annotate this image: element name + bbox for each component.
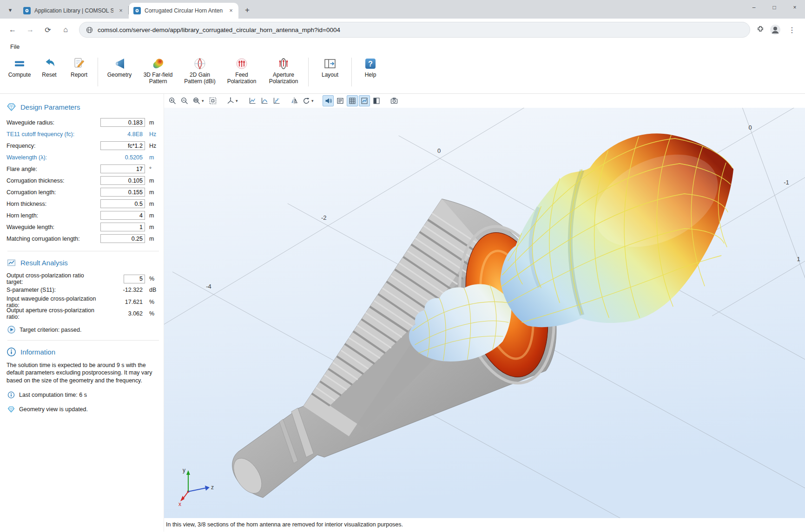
contrast-icon[interactable]	[371, 95, 382, 106]
tab-close-icon[interactable]: ×	[227, 7, 235, 14]
result-row-cross-pol-target: Output cross-polarization ratio target: …	[7, 272, 160, 284]
report-button[interactable]: Report	[64, 54, 94, 79]
triad-y-label: y	[183, 467, 185, 473]
cross-polarization-target-input[interactable]	[124, 275, 145, 283]
file-menu[interactable]: File	[7, 43, 22, 51]
zoom-extents-icon[interactable]	[207, 95, 218, 106]
section-title: Information	[20, 348, 55, 356]
graphics-canvas[interactable]: 0 -2 -4 0 -1 1	[164, 108, 805, 518]
geometry-updated-icon	[7, 406, 15, 413]
play-icon	[7, 326, 15, 334]
plot-line-icon[interactable]	[259, 95, 270, 106]
grid-toggle-icon[interactable]	[347, 95, 358, 106]
geometry-button[interactable]: Geometry	[102, 54, 137, 79]
triad-x-label: x	[178, 501, 181, 507]
window-controls: – □ ×	[744, 0, 805, 15]
reload-icon[interactable]: ⟳	[40, 22, 56, 38]
legend-icon[interactable]	[335, 95, 346, 106]
aperture-polarization-icon	[277, 57, 290, 71]
param-row-wavelength: Wavelength (λ): 0.5205 m	[7, 151, 160, 163]
design-parameters-header: Design Parameters	[7, 102, 160, 112]
matching-corrugation-length-input[interactable]	[100, 234, 145, 243]
rotate-view-dropdown-icon[interactable]: ▾	[311, 99, 316, 103]
result-analysis-icon	[7, 258, 16, 268]
graphics-toolbar: ▾ ▾ ▾	[164, 94, 805, 108]
plot-log-icon[interactable]	[271, 95, 282, 106]
zoom-box-icon[interactable]	[191, 95, 202, 106]
zoom-in-icon[interactable]	[167, 95, 178, 106]
sound-toggle-icon[interactable]	[323, 95, 334, 106]
layout-button[interactable]: Layout	[312, 54, 348, 79]
plot-grid-toggle-icon[interactable]	[359, 95, 370, 106]
compute-button[interactable]: Compute	[5, 54, 34, 79]
tab-search-button[interactable]: ▾	[4, 3, 17, 16]
rotate-view-icon[interactable]	[301, 95, 312, 106]
profile-avatar[interactable]	[770, 24, 781, 35]
address-bar[interactable]: comsol.com/server-demo/app/library_corru…	[79, 22, 750, 38]
mirror-view-icon[interactable]	[289, 95, 300, 106]
view-axes-dropdown-icon[interactable]: ▾	[236, 99, 240, 103]
settings-panel: Design Parameters Waveguide radius: m TE…	[0, 94, 164, 532]
window-minimize-icon[interactable]: –	[744, 0, 764, 15]
tab-close-icon[interactable]: ×	[117, 7, 125, 14]
site-info-icon[interactable]	[86, 26, 93, 33]
info-small-icon	[7, 391, 15, 399]
param-row-flare-angle: Flare angle: °	[7, 163, 160, 175]
param-row-matching-corrugation-length: Matching corrugation length: m	[7, 233, 160, 244]
screenshot-camera-icon[interactable]	[389, 95, 400, 106]
waveguide-length-input[interactable]	[100, 223, 145, 231]
browser-menu-icon[interactable]: ⋮	[785, 26, 798, 34]
home-icon[interactable]: ⌂	[58, 22, 73, 38]
result-row-input-cross-pol: Input waveguide cross-polarization ratio…	[7, 296, 160, 307]
ribbon: Compute Reset Report Geometry 3D Far-fie…	[0, 53, 805, 94]
axis-label: 1	[797, 256, 800, 263]
axis-label: 0	[437, 147, 441, 154]
window-maximize-icon[interactable]: □	[764, 0, 785, 15]
result-analysis-header: Result Analysis	[7, 258, 160, 268]
axis-label: -4	[206, 283, 211, 290]
view-axes-icon[interactable]	[225, 95, 236, 106]
gain-pattern-2d-button[interactable]: 2D Gain Pattern (dBi)	[179, 54, 221, 86]
comsol-favicon	[23, 7, 31, 14]
forward-icon[interactable]: →	[22, 22, 38, 38]
flare-angle-input[interactable]	[100, 164, 145, 173]
ribbon-separator	[351, 58, 352, 86]
help-button[interactable]: ? Help	[356, 54, 385, 79]
param-row-frequency: Frequency: Hz	[7, 140, 160, 151]
browser-tab-horn-antenna[interactable]: Corrugated Circular Horn Anten ×	[129, 3, 238, 19]
triad-z-label: z	[211, 484, 214, 491]
tab-title: Corrugated Circular Horn Anten	[145, 7, 224, 14]
information-icon	[7, 347, 16, 357]
corrugation-length-input[interactable]	[100, 188, 145, 197]
svg-text:?: ?	[368, 60, 373, 68]
waveguide-radius-input[interactable]	[100, 118, 145, 127]
axis-label: -1	[784, 179, 789, 186]
target-criterion-status: Target criterion: passed.	[7, 326, 160, 334]
result-row-output-cross-pol: Output aperture cross-polarization ratio…	[7, 307, 160, 319]
3d-scene[interactable]: 0 -2 -4 0 -1 1	[164, 108, 805, 518]
horn-thickness-input[interactable]	[100, 199, 145, 208]
horn-length-input[interactable]	[100, 211, 145, 220]
extensions-icon[interactable]	[756, 25, 765, 34]
feed-polarization-button[interactable]: Feed Polarization	[221, 54, 263, 86]
information-body: The solution time is expected to be arou…	[7, 361, 157, 384]
new-tab-button[interactable]: +	[241, 4, 253, 16]
comsol-favicon	[133, 7, 141, 14]
frequency-input[interactable]	[100, 141, 145, 150]
zoom-box-dropdown-icon[interactable]: ▾	[202, 99, 206, 103]
gain-pattern-2d-icon	[193, 57, 207, 71]
section-divider	[7, 251, 159, 251]
reset-button[interactable]: Reset	[34, 54, 64, 79]
browser-tab-application-library[interactable]: Application Library | COMSOL S ×	[19, 3, 128, 19]
window-close-icon[interactable]: ×	[785, 0, 805, 15]
corrugation-thickness-input[interactable]	[100, 176, 145, 185]
aperture-polarization-button[interactable]: Aperture Polarization	[263, 54, 304, 86]
reset-icon	[42, 57, 56, 71]
ribbon-separator	[98, 58, 98, 86]
back-icon[interactable]: ←	[5, 22, 20, 38]
report-icon	[72, 57, 86, 71]
far-field-3d-button[interactable]: 3D Far-field Pattern	[137, 54, 179, 86]
plot-xy-icon[interactable]	[247, 95, 258, 106]
far-field-3d-icon	[151, 57, 165, 71]
zoom-out-icon[interactable]	[179, 95, 190, 106]
